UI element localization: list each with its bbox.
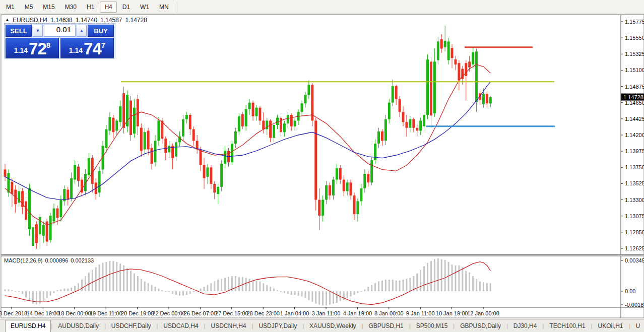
- macd-histogram-bar: [11, 290, 13, 291]
- candle-bullish: [423, 115, 425, 126]
- timeframe-button-m5[interactable]: M5: [20, 2, 38, 13]
- volume-decrease-button[interactable]: ▼: [33, 25, 43, 37]
- volume-input[interactable]: 0.01: [44, 25, 76, 37]
- candle-bullish: [154, 141, 156, 162]
- window-icon: ▲: [5, 17, 10, 22]
- volume-increase-button[interactable]: ▲: [77, 25, 87, 37]
- tab-sp500-m15[interactable]: SP500,M15: [411, 320, 454, 332]
- tab-u[interactable]: U: [630, 320, 644, 332]
- macd-tick-label: 0.00: [625, 288, 635, 294]
- buy-price-button[interactable]: 1.14 74 7: [60, 38, 114, 58]
- buy-button[interactable]: BUY: [88, 25, 114, 37]
- candle-bullish: [220, 164, 223, 187]
- candle-bullish: [234, 131, 237, 144]
- one-click-trading-panel: SELL ▼ 0.01 ▲ BUY 1.14 72 8 1.14 74 7: [4, 23, 115, 58]
- timeframe-button-m15[interactable]: M15: [38, 2, 59, 13]
- macd-histogram-bar: [85, 276, 86, 291]
- macd-histogram-bar: [430, 261, 432, 291]
- candle-bullish: [157, 120, 160, 141]
- candle-bearish: [339, 168, 342, 180]
- date-tick-label: 22 Dec 00:00: [152, 310, 185, 316]
- macd-histogram-bar: [486, 283, 488, 291]
- candle-bullish: [276, 118, 279, 125]
- macd-histogram-bar: [8, 289, 9, 291]
- macd-histogram-bar: [259, 282, 261, 291]
- chart-header: ▲ EURUSD,H4 1.14638 1.14740 1.14587 1.14…: [5, 17, 147, 24]
- macd-histogram-bar: [126, 268, 128, 291]
- candle-bearish: [440, 39, 443, 49]
- timeframe-button-h1[interactable]: H1: [82, 2, 99, 13]
- candle-bearish: [112, 118, 114, 132]
- macd-histogram-bar: [354, 291, 355, 295]
- price-tick-label: 1.13975: [625, 148, 644, 154]
- symbol-period-label: EURUSD,H4: [13, 17, 47, 24]
- candle-bullish: [307, 85, 310, 95]
- macd-histogram-bar: [165, 291, 166, 292]
- macd-histogram-bar: [189, 291, 191, 294]
- tab-usdjpy-daily[interactable]: USDJPY,Daily: [253, 320, 302, 332]
- tab-eurusd-h4[interactable]: EURUSD,H4: [5, 320, 51, 332]
- date-tick-label: 1 Jan 04:00: [280, 310, 309, 316]
- tab-usdcad-h4[interactable]: USDCAD,H4: [158, 320, 204, 332]
- candle-bearish: [140, 128, 143, 151]
- macd-histogram-bar: [399, 281, 401, 291]
- macd-histogram-bar: [452, 264, 453, 291]
- macd-histogram-bar: [371, 285, 372, 291]
- date-tick-label: 19 Dec 11:00: [90, 310, 122, 316]
- sell-price-button[interactable]: 1.14 72 8: [6, 38, 59, 58]
- candle-bullish: [175, 142, 177, 157]
- macd-histogram-bar: [406, 279, 407, 291]
- tab-dj30-h4[interactable]: DJ30,H4: [508, 320, 543, 332]
- tab-ukoil-h1[interactable]: UKOil,H1: [593, 320, 629, 332]
- macd-histogram-bar: [116, 262, 117, 291]
- macd-histogram-bar: [437, 258, 439, 291]
- macd-histogram-bar: [476, 279, 477, 291]
- tab-tech100-h1[interactable]: TECH100,H1: [544, 320, 591, 332]
- candle-bearish: [290, 115, 293, 126]
- candle-bearish: [252, 103, 254, 116]
- macd-histogram-bar: [81, 280, 83, 291]
- candle-bullish: [182, 119, 184, 137]
- candle-bullish: [356, 201, 359, 214]
- macd-histogram-bar: [161, 290, 163, 291]
- macd-histogram-bar: [105, 262, 107, 291]
- candle-bullish: [245, 109, 247, 126]
- tab-usdcnh-h4[interactable]: USDCNH,H4: [206, 320, 252, 332]
- timeframe-button-h4[interactable]: H4: [100, 2, 116, 13]
- timeframe-button-mn[interactable]: MN: [155, 2, 173, 13]
- candle-bearish: [67, 190, 69, 200]
- macd-histogram-bar: [301, 291, 303, 297]
- tab-xauusd-weekly[interactable]: XAUUSD,Weekly: [304, 320, 361, 332]
- tab-usdchf-daily[interactable]: USDCHF,Daily: [106, 320, 157, 332]
- macd-histogram-bar: [392, 280, 394, 291]
- candle-bullish: [377, 131, 380, 144]
- macd-histogram-bar: [95, 267, 97, 291]
- candle-bearish: [395, 86, 398, 99]
- macd-histogram-bar: [304, 291, 306, 298]
- candle-bearish: [241, 114, 244, 126]
- macd-histogram-bar: [151, 285, 153, 291]
- date-tick-label: 14 Dec 19:00: [27, 310, 59, 316]
- macd-name: MACD(12,26,9): [4, 257, 42, 263]
- buy-price-prefix: 1.14: [69, 44, 83, 57]
- open-value: 1.14638: [50, 17, 72, 24]
- price-tick-label: 1.14425: [625, 116, 644, 122]
- macd-histogram-bar: [242, 277, 243, 291]
- sell-button[interactable]: SELL: [6, 25, 32, 37]
- tab-gbpusd-h1[interactable]: GBPUSD,H1: [363, 320, 409, 332]
- candle-bearish: [314, 120, 317, 200]
- macd-histogram-bar: [235, 276, 236, 291]
- macd-histogram-bar: [217, 280, 219, 291]
- tab-gbpusd-daily[interactable]: GBPUSD,Daily: [455, 320, 506, 332]
- price-tick-label: 1.14200: [625, 132, 644, 138]
- timeframe-button-m30[interactable]: M30: [60, 2, 81, 13]
- tab-audusd-daily[interactable]: AUDUSD,Daily: [52, 320, 104, 332]
- timeframe-button-d1[interactable]: D1: [118, 2, 135, 13]
- candle-bullish: [49, 216, 52, 240]
- chart-window-background: [1, 15, 644, 318]
- date-tick-label: 3 Jan 11:00: [312, 310, 341, 316]
- macd-histogram-bar: [204, 287, 205, 291]
- timeframe-button-w1[interactable]: W1: [136, 2, 154, 13]
- macd-histogram-bar: [221, 279, 222, 291]
- timeframe-button-m1[interactable]: M1: [2, 2, 19, 13]
